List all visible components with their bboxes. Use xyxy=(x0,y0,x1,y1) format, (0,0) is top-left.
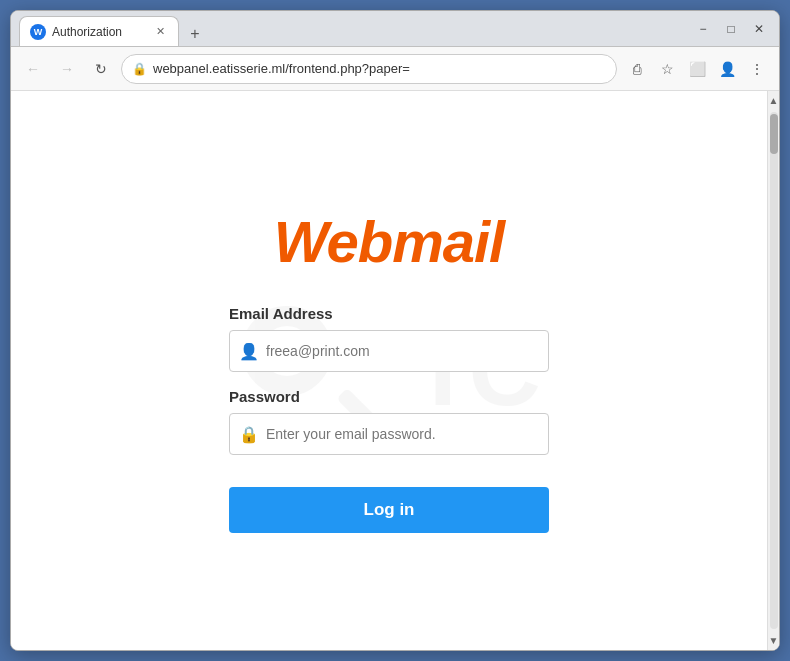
menu-icon[interactable]: ⋮ xyxy=(743,55,771,83)
email-input[interactable] xyxy=(229,330,549,372)
scroll-up-arrow[interactable]: ▲ xyxy=(767,93,779,108)
page-content: TC Webmail Email Address 👤 Password 🔒 xyxy=(11,91,779,650)
share-icon[interactable]: ⎙ xyxy=(623,55,651,83)
tab-close-button[interactable]: ✕ xyxy=(152,24,168,40)
address-bar[interactable]: 🔒 webpanel.eatisserie.ml/frontend.php?pa… xyxy=(121,54,617,84)
bookmark-icon[interactable]: ☆ xyxy=(653,55,681,83)
minimize-button[interactable]: − xyxy=(691,17,715,41)
tab-title: Authorization xyxy=(52,25,146,39)
new-tab-button[interactable]: + xyxy=(183,22,207,46)
browser-window: W Authorization ✕ + − □ ✕ ← → ↻ 🔒 webpan… xyxy=(10,10,780,651)
title-bar: W Authorization ✕ + − □ ✕ xyxy=(11,11,779,47)
email-form-group: Email Address 👤 xyxy=(229,305,549,372)
password-input-wrapper: 🔒 xyxy=(229,413,549,455)
lock-icon: 🔒 xyxy=(132,62,147,76)
tab-favicon: W xyxy=(30,24,46,40)
login-button[interactable]: Log in xyxy=(229,487,549,533)
extensions-icon[interactable]: ⬜ xyxy=(683,55,711,83)
nav-icons: ⎙ ☆ ⬜ 👤 ⋮ xyxy=(623,55,771,83)
password-input[interactable] xyxy=(229,413,549,455)
back-button[interactable]: ← xyxy=(19,55,47,83)
window-controls: − □ ✕ xyxy=(691,17,771,41)
scroll-track[interactable] xyxy=(770,112,778,629)
password-form-group: Password 🔒 xyxy=(229,388,549,455)
webmail-logo: Webmail xyxy=(274,208,504,275)
navigation-bar: ← → ↻ 🔒 webpanel.eatisserie.ml/frontend.… xyxy=(11,47,779,91)
tab-area: W Authorization ✕ + xyxy=(19,11,691,46)
url-text: webpanel.eatisserie.ml/frontend.php?pape… xyxy=(153,61,606,76)
forward-button[interactable]: → xyxy=(53,55,81,83)
login-container: Webmail Email Address 👤 Password 🔒 Lo xyxy=(189,208,589,533)
scrollbar: ▲ ▼ xyxy=(767,91,779,650)
page-body: TC Webmail Email Address 👤 Password 🔒 xyxy=(11,91,767,650)
password-label: Password xyxy=(229,388,549,405)
scroll-down-arrow[interactable]: ▼ xyxy=(767,633,779,648)
refresh-button[interactable]: ↻ xyxy=(87,55,115,83)
active-tab[interactable]: W Authorization ✕ xyxy=(19,16,179,46)
scroll-thumb[interactable] xyxy=(770,114,778,154)
email-label: Email Address xyxy=(229,305,549,322)
email-input-wrapper: 👤 xyxy=(229,330,549,372)
close-button[interactable]: ✕ xyxy=(747,17,771,41)
maximize-button[interactable]: □ xyxy=(719,17,743,41)
lock-field-icon: 🔒 xyxy=(239,425,259,444)
person-icon: 👤 xyxy=(239,342,259,361)
profile-icon[interactable]: 👤 xyxy=(713,55,741,83)
